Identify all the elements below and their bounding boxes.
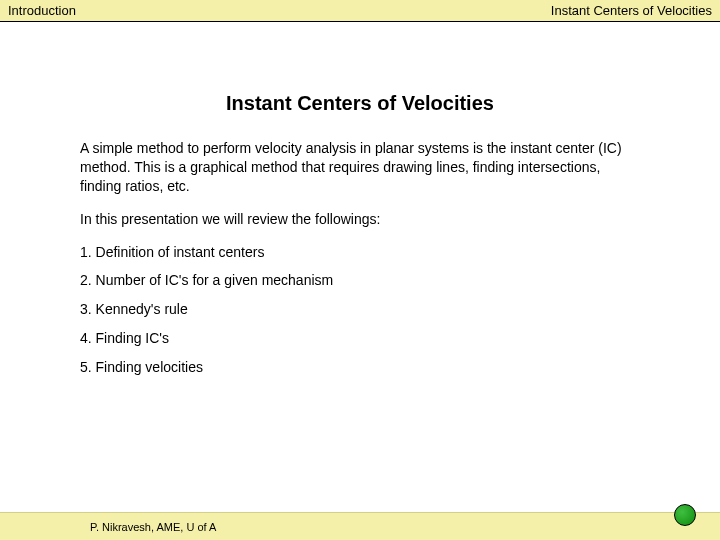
green-dot-icon [674,504,696,526]
intro-paragraph: A simple method to perform velocity anal… [80,139,640,196]
list-item: 5. Finding velocities [80,358,640,377]
header-bar: Introduction Instant Centers of Velociti… [0,0,720,22]
list-item: 1. Definition of instant centers [80,243,640,262]
header-topic-label: Instant Centers of Velocities [551,3,712,18]
footer-author: P. Nikravesh, AME, U of A [90,521,216,533]
review-lead-in: In this presentation we will review the … [80,210,640,229]
list-item: 2. Number of IC's for a given mechanism [80,271,640,290]
list-item: 4. Finding IC's [80,329,640,348]
slide-title: Instant Centers of Velocities [80,92,640,115]
list-item: 3. Kennedy's rule [80,300,640,319]
footer-bar: P. Nikravesh, AME, U of A [0,512,720,540]
slide-content: Instant Centers of Velocities A simple m… [0,22,720,377]
header-section-label: Introduction [8,3,76,18]
